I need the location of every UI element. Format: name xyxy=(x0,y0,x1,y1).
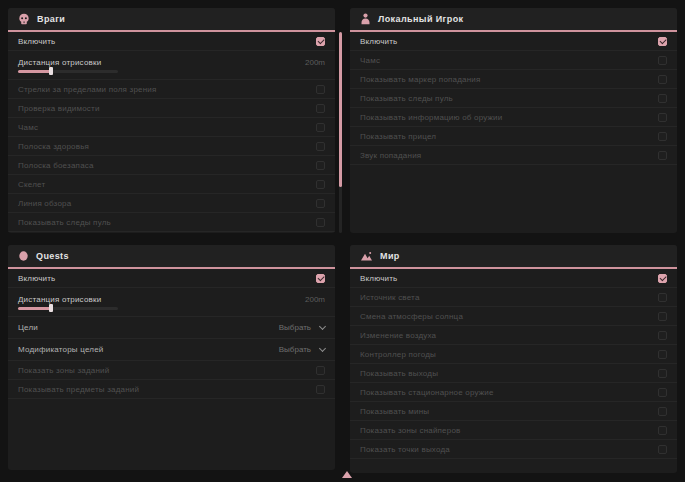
option-label: Стрелки за пределами поля зрения xyxy=(18,85,157,94)
option-row-health-bar[interactable]: Полоска здоровья xyxy=(8,137,335,156)
checkbox[interactable] xyxy=(658,151,667,160)
checkbox[interactable] xyxy=(658,369,667,378)
panel-world: Мир Включить Источник света Смена атмосф… xyxy=(350,245,677,473)
option-label: Включить xyxy=(18,37,56,46)
option-row-sun-atmosphere[interactable]: Смена атмосферы солнца xyxy=(350,307,677,326)
cheat-menu-screen: Враги Включить Дистанция отрисовки 200m … xyxy=(0,0,685,482)
slider-fill xyxy=(18,307,52,310)
option-label: Показывать стационарное оружие xyxy=(360,388,494,397)
orb-icon xyxy=(18,250,29,262)
slider-thumb[interactable] xyxy=(49,67,53,75)
option-row-light-source[interactable]: Источник света xyxy=(350,288,677,307)
panel-title: Локальный Игрок xyxy=(378,14,463,24)
option-row-bullet-traces[interactable]: Показывать следы пуль xyxy=(8,213,335,232)
option-row-enable[interactable]: Включить xyxy=(350,32,677,51)
panel-enemies: Враги Включить Дистанция отрисовки 200m … xyxy=(8,8,335,233)
checkbox[interactable] xyxy=(316,218,325,227)
option-row-exit-points[interactable]: Показать точки выхода xyxy=(350,440,677,459)
checkbox[interactable] xyxy=(658,132,667,141)
panel-enemies-header: Враги xyxy=(8,8,335,32)
option-row-enable[interactable]: Включить xyxy=(8,32,335,51)
option-label: Источник света xyxy=(360,293,420,302)
checkbox[interactable] xyxy=(316,142,325,151)
option-label: Включить xyxy=(18,274,56,283)
option-row-stationary-weapons[interactable]: Показывать стационарное оружие xyxy=(350,383,677,402)
option-row-quest-items[interactable]: Показывать предметы заданий xyxy=(8,380,335,399)
option-row-chams[interactable]: Чамс xyxy=(350,51,677,70)
panel-local-player-header: Локальный Игрок xyxy=(350,8,677,32)
checkbox[interactable] xyxy=(658,426,667,435)
option-label: Показать точки выхода xyxy=(360,445,450,454)
checkbox[interactable] xyxy=(658,445,667,454)
option-row-weather-controller[interactable]: Контроллер погоды xyxy=(350,345,677,364)
slider-thumb[interactable] xyxy=(49,304,53,312)
draw-distance-row: Дистанция отрисовки 200m xyxy=(8,51,335,80)
checkbox[interactable] xyxy=(316,104,325,113)
checkbox[interactable] xyxy=(658,388,667,397)
targets-select[interactable]: Выбрать xyxy=(279,323,325,332)
slider-label: Дистанция отрисовки xyxy=(18,58,101,67)
option-label: Показывать мины xyxy=(360,407,429,416)
option-row-mines[interactable]: Показывать мины xyxy=(350,402,677,421)
cursor-triangle xyxy=(342,471,352,478)
select-label: Модификаторы целей xyxy=(18,345,103,354)
slider-fill xyxy=(18,70,52,73)
option-label: Контроллер погоды xyxy=(360,350,436,359)
checkbox[interactable] xyxy=(658,113,667,122)
checkbox[interactable] xyxy=(658,407,667,416)
option-row-bullet-traces[interactable]: Показывать следы пуль xyxy=(350,89,677,108)
slider-value: 200m xyxy=(305,58,325,67)
panel-local-player: Локальный Игрок Включить Чамс Показывать… xyxy=(350,8,677,233)
mountain-icon xyxy=(360,250,373,262)
checkbox[interactable] xyxy=(316,85,325,94)
checkbox[interactable] xyxy=(658,312,667,321)
option-row-exits[interactable]: Показывать выходы xyxy=(350,364,677,383)
checkbox[interactable] xyxy=(316,123,325,132)
checkbox[interactable] xyxy=(658,274,667,283)
checkbox[interactable] xyxy=(316,274,325,283)
option-row-line-of-sight[interactable]: Линия обзора xyxy=(8,194,335,213)
checkbox[interactable] xyxy=(658,56,667,65)
option-row-enable[interactable]: Включить xyxy=(8,269,335,288)
option-row-weapon-info[interactable]: Показывать информацию об оружии xyxy=(350,108,677,127)
option-row-air-change[interactable]: Изменение воздуха xyxy=(350,326,677,345)
checkbox[interactable] xyxy=(316,199,325,208)
option-label: Включить xyxy=(360,37,398,46)
option-label: Показывать выходы xyxy=(360,369,438,378)
checkbox[interactable] xyxy=(316,161,325,170)
option-row-skeleton[interactable]: Скелет xyxy=(8,175,335,194)
option-row-chams[interactable]: Чамс xyxy=(8,118,335,137)
checkbox[interactable] xyxy=(658,75,667,84)
option-row-quest-zones[interactable]: Показать зоны заданий xyxy=(8,361,335,380)
option-label: Показывать прицел xyxy=(360,132,436,141)
option-row-crosshair[interactable]: Показывать прицел xyxy=(350,127,677,146)
checkbox[interactable] xyxy=(658,331,667,340)
option-row-enable[interactable]: Включить xyxy=(350,269,677,288)
checkbox[interactable] xyxy=(316,180,325,189)
draw-distance-slider[interactable] xyxy=(18,70,118,73)
person-icon xyxy=(360,13,371,25)
scrollbar-track[interactable] xyxy=(339,32,342,233)
option-label: Показывать следы пуль xyxy=(18,218,111,227)
option-label: Чамс xyxy=(360,56,380,65)
checkbox[interactable] xyxy=(658,350,667,359)
draw-distance-slider[interactable] xyxy=(18,307,118,310)
target-modifiers-select[interactable]: Выбрать xyxy=(279,345,325,354)
select-label: Цели xyxy=(18,323,38,332)
option-row-hit-sound[interactable]: Звук попадания xyxy=(350,146,677,165)
checkbox[interactable] xyxy=(316,385,325,394)
checkbox[interactable] xyxy=(316,37,325,46)
option-row-hit-marker[interactable]: Показывать маркер попадания xyxy=(350,70,677,89)
panel-title: Quests xyxy=(36,251,69,261)
checkbox[interactable] xyxy=(658,293,667,302)
option-row-offscreen-arrows[interactable]: Стрелки за пределами поля зрения xyxy=(8,80,335,99)
option-row-visibility-check[interactable]: Проверка видимости xyxy=(8,99,335,118)
checkbox[interactable] xyxy=(658,37,667,46)
checkbox[interactable] xyxy=(658,94,667,103)
checkbox[interactable] xyxy=(316,366,325,375)
option-label: Звук попадания xyxy=(360,151,421,160)
scrollbar-thumb[interactable] xyxy=(339,32,342,187)
option-row-ammo-bar[interactable]: Полоска боезапаса xyxy=(8,156,335,175)
option-row-sniper-zones[interactable]: Показать зоны снайперов xyxy=(350,421,677,440)
option-label: Показывать следы пуль xyxy=(360,94,453,103)
